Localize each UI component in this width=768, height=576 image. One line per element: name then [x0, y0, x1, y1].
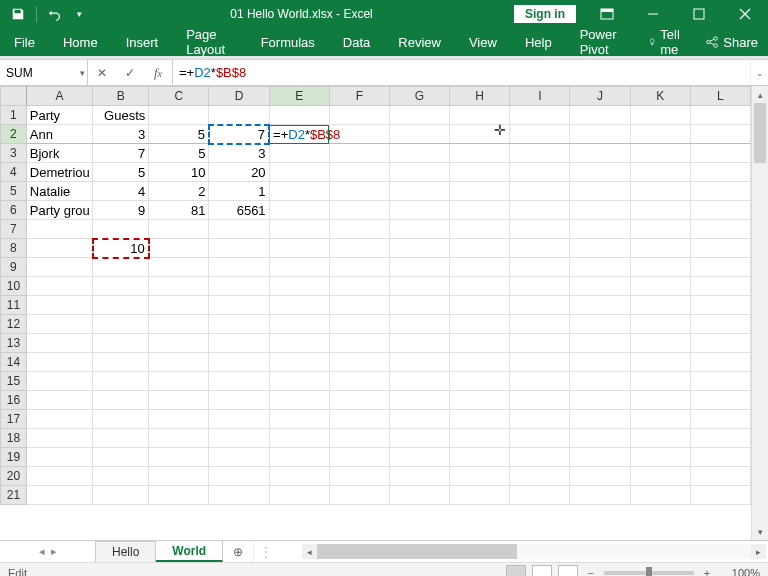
row-header-1[interactable]: 1: [1, 106, 27, 125]
cell-I13[interactable]: [510, 334, 570, 353]
cell-J9[interactable]: [570, 258, 630, 277]
column-header-D[interactable]: D: [209, 87, 269, 106]
column-header-A[interactable]: A: [26, 87, 93, 106]
row-header-7[interactable]: 7: [1, 220, 27, 239]
cell-E5[interactable]: [269, 182, 329, 201]
cell-A15[interactable]: [26, 372, 93, 391]
cell-D3[interactable]: 3: [209, 144, 269, 163]
cell-L12[interactable]: [690, 315, 750, 334]
cell-C17[interactable]: [149, 410, 209, 429]
cell-I17[interactable]: [510, 410, 570, 429]
column-header-L[interactable]: L: [690, 87, 750, 106]
cell-D20[interactable]: [209, 467, 269, 486]
row-header-20[interactable]: 20: [1, 467, 27, 486]
cell-K17[interactable]: [630, 410, 690, 429]
cell-J6[interactable]: [570, 201, 630, 220]
cell-C10[interactable]: [149, 277, 209, 296]
cell-C13[interactable]: [149, 334, 209, 353]
cell-G20[interactable]: [389, 467, 449, 486]
cell-A18[interactable]: [26, 429, 93, 448]
column-header-H[interactable]: H: [450, 87, 510, 106]
cell-F7[interactable]: [329, 220, 389, 239]
cell-E12[interactable]: [269, 315, 329, 334]
cell-I9[interactable]: [510, 258, 570, 277]
cell-A17[interactable]: [26, 410, 93, 429]
cell-E6[interactable]: [269, 201, 329, 220]
cell-A3[interactable]: Bjork: [26, 144, 93, 163]
cell-A11[interactable]: [26, 296, 93, 315]
cell-G4[interactable]: [389, 163, 449, 182]
cancel-formula-button[interactable]: ✕: [88, 60, 116, 85]
cell-B6[interactable]: 9: [93, 201, 149, 220]
cell-K19[interactable]: [630, 448, 690, 467]
cell-H13[interactable]: [450, 334, 510, 353]
cell-G8[interactable]: [389, 239, 449, 258]
cell-I1[interactable]: [510, 106, 570, 125]
cell-D2[interactable]: 7: [209, 125, 269, 144]
cell-K21[interactable]: [630, 486, 690, 505]
cell-D11[interactable]: [209, 296, 269, 315]
formula-input[interactable]: =+D2*$B$8: [173, 60, 750, 85]
cell-B3[interactable]: 7: [93, 144, 149, 163]
cell-G13[interactable]: [389, 334, 449, 353]
cell-F13[interactable]: [329, 334, 389, 353]
cell-C20[interactable]: [149, 467, 209, 486]
expand-formula-bar-button[interactable]: ⌄: [750, 60, 768, 85]
cell-E8[interactable]: [269, 239, 329, 258]
cell-H11[interactable]: [450, 296, 510, 315]
cell-G12[interactable]: [389, 315, 449, 334]
cell-G16[interactable]: [389, 391, 449, 410]
column-header-J[interactable]: J: [570, 87, 630, 106]
cell-D21[interactable]: [209, 486, 269, 505]
column-header-B[interactable]: B: [93, 87, 149, 106]
cell-B12[interactable]: [93, 315, 149, 334]
row-header-6[interactable]: 6: [1, 201, 27, 220]
cell-C1[interactable]: [149, 106, 209, 125]
cell-D13[interactable]: [209, 334, 269, 353]
cell-A2[interactable]: Ann: [26, 125, 93, 144]
cell-I2[interactable]: [510, 125, 570, 144]
cell-L20[interactable]: [690, 467, 750, 486]
cell-K10[interactable]: [630, 277, 690, 296]
tab-review[interactable]: Review: [384, 28, 455, 56]
cell-J12[interactable]: [570, 315, 630, 334]
name-box-input[interactable]: [6, 66, 81, 80]
cell-E2[interactable]: =+D2*$B$8: [269, 125, 329, 144]
cell-B17[interactable]: [93, 410, 149, 429]
scroll-left-button[interactable]: ◂: [302, 547, 317, 557]
cell-B18[interactable]: [93, 429, 149, 448]
cell-F4[interactable]: [329, 163, 389, 182]
cell-F15[interactable]: [329, 372, 389, 391]
cell-K15[interactable]: [630, 372, 690, 391]
cell-F21[interactable]: [329, 486, 389, 505]
cell-L21[interactable]: [690, 486, 750, 505]
cell-B15[interactable]: [93, 372, 149, 391]
cell-E1[interactable]: [269, 106, 329, 125]
cell-J16[interactable]: [570, 391, 630, 410]
cell-K6[interactable]: [630, 201, 690, 220]
sheet-nav-prev-icon[interactable]: ◂: [39, 545, 45, 558]
cell-L11[interactable]: [690, 296, 750, 315]
cell-F11[interactable]: [329, 296, 389, 315]
row-header-8[interactable]: 8: [1, 239, 27, 258]
column-header-G[interactable]: G: [389, 87, 449, 106]
cell-J5[interactable]: [570, 182, 630, 201]
cell-C6[interactable]: 81: [149, 201, 209, 220]
cell-L7[interactable]: [690, 220, 750, 239]
cell-C4[interactable]: 10: [149, 163, 209, 182]
cell-H14[interactable]: [450, 353, 510, 372]
row-header-14[interactable]: 14: [1, 353, 27, 372]
scroll-right-button[interactable]: ▸: [751, 547, 766, 557]
zoom-slider-knob[interactable]: [646, 567, 652, 577]
cell-C11[interactable]: [149, 296, 209, 315]
cell-H16[interactable]: [450, 391, 510, 410]
cell-G1[interactable]: [389, 106, 449, 125]
minimize-button[interactable]: [630, 0, 676, 28]
cell-H7[interactable]: [450, 220, 510, 239]
cell-L18[interactable]: [690, 429, 750, 448]
cell-H4[interactable]: [450, 163, 510, 182]
cell-E16[interactable]: [269, 391, 329, 410]
cell-C7[interactable]: [149, 220, 209, 239]
cell-G17[interactable]: [389, 410, 449, 429]
insert-function-button[interactable]: fx: [144, 60, 172, 85]
